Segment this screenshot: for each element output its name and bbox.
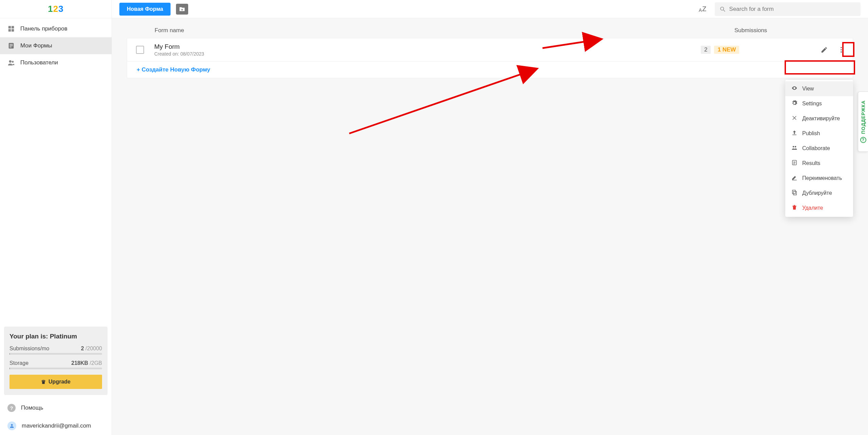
help-label: Помощь (21, 405, 43, 411)
sidebar-item-label: Пользователи (20, 59, 104, 66)
eye-icon (791, 85, 797, 92)
plan-title: Your plan is: Platinum (9, 333, 102, 340)
menu-item-people[interactable]: Collaborate (785, 141, 853, 156)
svg-line-19 (349, 69, 536, 133)
new-folder-button[interactable] (176, 4, 188, 15)
svg-rect-28 (792, 180, 797, 181)
cross-icon (791, 115, 797, 122)
content: Form name Submissions My Form Created on… (112, 18, 868, 83)
svg-rect-27 (793, 164, 795, 164)
logo[interactable]: 123 (0, 0, 112, 18)
sort-az-icon: AZ (699, 5, 707, 13)
svg-line-14 (724, 10, 725, 12)
form-meta: My Form Created on: 08/07/2023 (154, 43, 694, 57)
svg-rect-3 (12, 29, 14, 32)
svg-rect-0 (8, 26, 11, 28)
sidebar-item-users[interactable]: Пользователи (0, 54, 112, 71)
menu-item-publish[interactable]: Publish (785, 126, 853, 141)
search-input[interactable] (729, 6, 856, 13)
sidebar-item-dashboard[interactable]: Панель приборов (0, 20, 112, 37)
gear-icon (791, 100, 797, 107)
create-form-link[interactable]: + Создайте Новую Форму (127, 62, 853, 78)
svg-point-16 (841, 49, 842, 50)
menu-item-label: Удалите (802, 205, 823, 211)
svg-point-13 (721, 7, 724, 10)
svg-point-8 (9, 60, 12, 63)
search-wrap[interactable] (715, 2, 861, 16)
plan-submissions-used: 2 (81, 346, 84, 351)
support-tab[interactable]: ПОДДЕРЖКА ? (858, 91, 868, 152)
svg-rect-26 (793, 163, 795, 163)
plan-submissions-label: Submissions/mo (9, 346, 49, 352)
submissions-count: 2 (701, 46, 711, 54)
crown-icon: ♛ (41, 379, 46, 385)
sidebar-nav: Панель приборов Мои Формы Пользователи (0, 18, 112, 71)
form-row[interactable]: My Form Created on: 08/07/2023 2 1 NEW (127, 38, 853, 62)
plan-storage-bar (9, 368, 102, 369)
menu-item-label: Settings (802, 101, 822, 107)
svg-point-10 (11, 424, 13, 426)
svg-rect-32 (792, 206, 796, 207)
users-icon (7, 59, 15, 66)
row-actions (820, 45, 846, 55)
pencil-icon (821, 46, 828, 54)
menu-item-cross[interactable]: Деактивируйте (785, 111, 853, 126)
sidebar: 123 Панель приборов Мои Формы Пользовате… (0, 0, 112, 435)
sidebar-item-label: Мои Формы (20, 42, 104, 49)
form-created: Created on: 08/07/2023 (154, 51, 694, 57)
folder-plus-icon (179, 6, 185, 13)
menu-item-eye[interactable]: View (785, 81, 853, 96)
form-submissions: 2 1 NEW (701, 46, 813, 54)
menu-item-label: View (802, 86, 814, 92)
toolbar: Новая Форма AZ (112, 0, 868, 18)
upgrade-label: Upgrade (48, 379, 71, 385)
publish-icon (791, 130, 797, 137)
results-icon (791, 160, 797, 167)
menu-item-copy[interactable]: Дублируйте (785, 186, 853, 201)
menu-item-trash[interactable]: Удалите (785, 201, 853, 215)
menu-item-gear[interactable]: Settings (785, 96, 853, 111)
sidebar-item-forms[interactable]: Мои Формы (0, 37, 112, 54)
plan-submissions-bar (9, 353, 102, 355)
svg-rect-7 (9, 47, 12, 47)
forms-icon (7, 42, 15, 49)
svg-rect-29 (793, 191, 796, 195)
svg-point-22 (793, 146, 794, 148)
menu-item-label: Publish (802, 130, 820, 137)
edit-button[interactable] (820, 45, 829, 55)
sidebar-user[interactable]: maverickandrii@gmail.com (0, 417, 112, 435)
upgrade-button[interactable]: ♛ Upgrade (9, 375, 102, 389)
kebab-icon (837, 46, 845, 54)
sidebar-help[interactable]: ? Помощь (0, 399, 112, 417)
svg-rect-25 (793, 162, 795, 162)
new-form-button[interactable]: Новая Форма (119, 3, 171, 16)
svg-rect-1 (12, 26, 14, 28)
svg-point-17 (841, 51, 842, 53)
menu-item-results[interactable]: Results (785, 156, 853, 171)
col-name: Form name (155, 27, 734, 34)
menu-item-label: Переименовать (802, 175, 842, 181)
menu-item-rename[interactable]: Переименовать (785, 171, 853, 186)
plan-storage-limit: /2GB (90, 360, 102, 366)
plan-storage-used: 218KB (71, 360, 88, 366)
svg-rect-30 (792, 190, 795, 194)
plan-card: Your plan is: Platinum Submissions/mo 2 … (4, 327, 107, 395)
svg-rect-21 (792, 134, 796, 135)
form-title: My Form (154, 43, 694, 50)
row-checkbox[interactable] (136, 46, 144, 54)
plan-storage-label: Storage (9, 360, 28, 366)
sort-button[interactable]: AZ (696, 2, 709, 16)
menu-item-label: Деактивируйте (802, 116, 840, 122)
svg-point-23 (795, 146, 796, 148)
people-icon (791, 145, 797, 152)
help-icon: ? (7, 404, 16, 412)
submissions-new-badge[interactable]: 1 NEW (714, 46, 739, 54)
rename-icon (791, 174, 797, 182)
more-button[interactable] (836, 45, 846, 55)
user-email: maverickandrii@gmail.com (22, 422, 91, 429)
menu-item-label: Дублируйте (802, 190, 832, 196)
avatar (7, 421, 16, 430)
svg-rect-6 (9, 45, 13, 46)
trash-icon (791, 204, 797, 212)
svg-point-9 (12, 61, 14, 63)
